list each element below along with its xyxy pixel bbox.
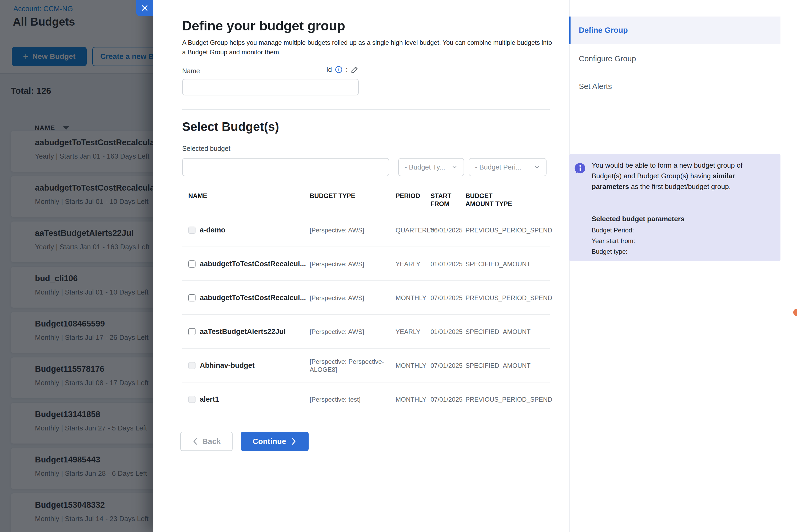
table-row[interactable]: a-demo [Perspective: AWS] QUARTERLY 06/0… bbox=[182, 213, 550, 247]
cell-start-from: 06/01/2025 bbox=[430, 213, 463, 247]
budget-search-input[interactable] bbox=[182, 158, 389, 176]
info-text-after: as the first budget/budget group. bbox=[629, 183, 731, 191]
cell-budget-type: [Perspective: AWS] bbox=[310, 247, 384, 281]
cell-amount-type: SPECIFIED_AMOUNT bbox=[465, 315, 554, 349]
cell-amount-type: SPECIFIED_AMOUNT bbox=[465, 349, 554, 382]
cell-name: a-demo bbox=[200, 213, 225, 247]
selected-budget-label: Selected budget bbox=[182, 145, 230, 152]
cell-period: YEARLY bbox=[395, 315, 420, 349]
step-set-alerts[interactable]: Set Alerts bbox=[579, 82, 612, 91]
id-colon: : bbox=[346, 66, 348, 74]
cell-start-from: 07/01/2025 bbox=[430, 281, 463, 315]
row-checkbox[interactable] bbox=[188, 227, 196, 234]
cell-period: QUARTERLY bbox=[395, 213, 434, 247]
param-year-start-from: Year start from: bbox=[592, 237, 635, 245]
modal-description: A Budget Group helps you manage multiple… bbox=[182, 38, 556, 57]
cell-amount-type: SPECIFIED_AMOUNT bbox=[465, 247, 554, 281]
column-header-name: NAME bbox=[188, 192, 207, 200]
cell-budget-type: [Perspective: AWS] bbox=[310, 315, 384, 349]
modal-backdrop bbox=[0, 0, 165, 532]
cell-start-from: 01/01/2025 bbox=[430, 315, 463, 349]
close-button[interactable] bbox=[136, 0, 153, 16]
cell-budget-type: [Perspective: AWS] bbox=[310, 281, 384, 315]
back-label: Back bbox=[202, 437, 221, 446]
cell-start-from: 07/01/2025 bbox=[430, 382, 463, 416]
table-row[interactable]: alert1 [Perspective: test] MONTHLY 07/01… bbox=[182, 382, 550, 416]
id-label: Id bbox=[326, 66, 332, 74]
budget-type-dropdown[interactable]: - Budget Ty... bbox=[398, 158, 464, 176]
steps-sidebar-border bbox=[569, 0, 570, 532]
row-checkbox[interactable] bbox=[188, 328, 196, 335]
column-header-period: PERIOD bbox=[395, 192, 420, 200]
column-header-budget-amount-type: BUDGET AMOUNT TYPE bbox=[465, 192, 521, 208]
row-checkbox[interactable] bbox=[188, 294, 196, 301]
cell-start-from: 01/01/2025 bbox=[430, 247, 463, 281]
cell-amount-type: PREVIOUS_PERIOD_SPEND bbox=[465, 213, 554, 247]
cell-period: MONTHLY bbox=[395, 281, 427, 315]
column-header-budget-type: BUDGET TYPE bbox=[310, 192, 355, 200]
cell-period: YEARLY bbox=[395, 247, 420, 281]
info-bubble-icon bbox=[574, 162, 586, 174]
cell-name: aabudgetToTestCostRecalcul... bbox=[200, 247, 306, 281]
edit-pencil-icon[interactable] bbox=[351, 65, 359, 74]
close-icon bbox=[141, 4, 149, 12]
cell-start-from: 07/01/2025 bbox=[430, 349, 463, 382]
table-row[interactable]: aaTestBudgetAlerts22Jul [Perspective: AW… bbox=[182, 315, 550, 349]
info-panel: You would be able to form a new budget g… bbox=[569, 154, 780, 261]
cell-period: MONTHLY bbox=[395, 349, 427, 382]
selected-budget-parameters-heading: Selected budget parameters bbox=[592, 215, 684, 223]
chevron-left-icon bbox=[192, 438, 198, 445]
budget-period-placeholder: - Budget Peri... bbox=[475, 163, 521, 171]
step-configure-group[interactable]: Configure Group bbox=[579, 54, 636, 63]
table-row[interactable]: Abhinav-budget [Perspective: Perspective… bbox=[182, 349, 550, 382]
row-checkbox[interactable] bbox=[188, 261, 196, 268]
param-budget-type: Budget type: bbox=[592, 248, 628, 255]
chevron-down-icon bbox=[451, 164, 458, 170]
param-budget-period: Budget Period: bbox=[592, 227, 634, 234]
info-paragraph: You would be able to form a new budget g… bbox=[592, 160, 770, 192]
cell-name: alert1 bbox=[200, 382, 219, 416]
group-name-input[interactable] bbox=[182, 79, 359, 95]
chevron-right-icon bbox=[291, 438, 297, 445]
modal-title: Define your budget group bbox=[182, 18, 345, 34]
cell-budget-type: [Perspective: test] bbox=[310, 382, 384, 416]
cell-period: MONTHLY bbox=[395, 382, 427, 416]
chevron-down-icon bbox=[534, 164, 540, 170]
budget-group-wizard-modal: Define your budget group A Budget Group … bbox=[153, 0, 797, 532]
step-define-group[interactable]: Define Group bbox=[579, 26, 628, 35]
cell-budget-type: [Perspective: Perspective-ALOGE8] bbox=[310, 349, 384, 382]
cell-name: aabudgetToTestCostRecalcul... bbox=[200, 281, 306, 315]
table-row[interactable]: aabudgetToTestCostRecalcul... [Perspecti… bbox=[182, 247, 550, 281]
cell-budget-type: [Perspective: AWS] bbox=[310, 213, 384, 247]
section-divider bbox=[182, 109, 550, 110]
back-button[interactable]: Back bbox=[180, 432, 233, 451]
continue-label: Continue bbox=[253, 437, 286, 446]
continue-button[interactable]: Continue bbox=[241, 432, 309, 451]
table-row[interactable]: aabudgetToTestCostRecalcul... [Perspecti… bbox=[182, 281, 550, 315]
budget-type-placeholder: - Budget Ty... bbox=[405, 163, 445, 171]
cell-name: Abhinav-budget bbox=[200, 349, 255, 382]
cell-amount-type: PREVIOUS_PERIOD_SPEND bbox=[465, 281, 554, 315]
cell-amount-type: PREVIOUS_PERIOD_SPEND bbox=[465, 382, 554, 416]
row-checkbox[interactable] bbox=[188, 362, 196, 369]
active-step-indicator bbox=[569, 17, 571, 44]
budget-period-dropdown[interactable]: - Budget Peri... bbox=[469, 158, 546, 176]
select-budgets-heading: Select Budget(s) bbox=[182, 119, 279, 134]
row-checkbox[interactable] bbox=[188, 396, 196, 403]
info-icon[interactable] bbox=[335, 66, 342, 73]
id-field-group: Id : bbox=[311, 65, 359, 74]
column-header-start-from: START FROM bbox=[430, 192, 457, 208]
app-root: Account: CCM-NG All Budgets + New Budget… bbox=[0, 0, 797, 532]
cell-name: aaTestBudgetAlerts22Jul bbox=[200, 315, 286, 349]
name-field-label: Name bbox=[182, 67, 200, 75]
